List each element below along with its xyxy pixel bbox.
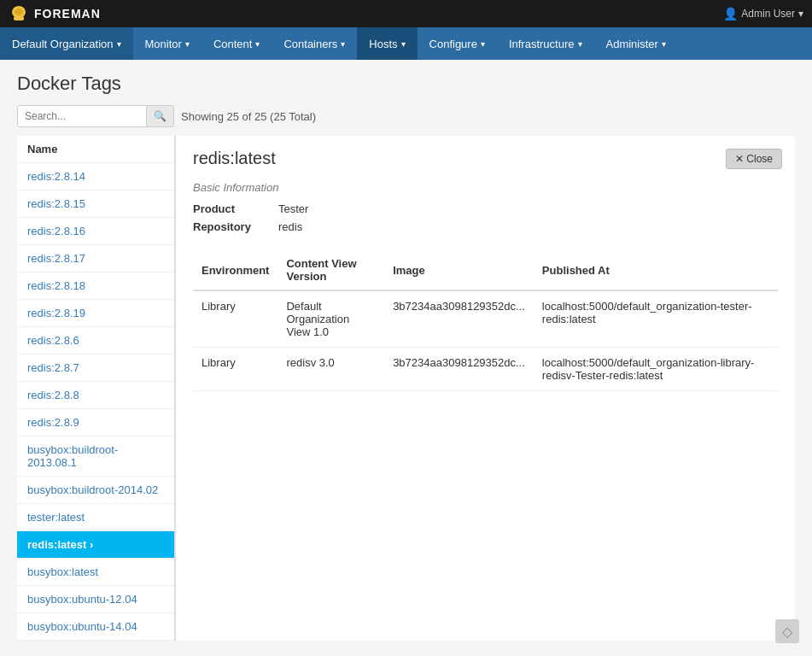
sidebar-item-redis-2-8-15[interactable]: redis:2.8.15 — [17, 190, 174, 218]
results-count: Showing 25 of 25 (25 Total) — [181, 110, 316, 123]
basic-info-table: Product Tester Repository redis — [193, 202, 778, 233]
close-button[interactable]: ✕ Close — [726, 149, 782, 169]
nav-containers[interactable]: Containers ▾ — [272, 27, 357, 60]
search-button[interactable]: 🔍 — [146, 106, 173, 126]
user-caret-icon: ▾ — [798, 8, 803, 20]
nav-configure-caret-icon: ▾ — [481, 39, 485, 49]
row2-published-at: localhost:5000/default_organization-libr… — [534, 348, 778, 391]
nav-infrastructure-label: Infrastructure — [509, 38, 575, 50]
sidebar-item-busybox-latest[interactable]: busybox:latest — [17, 559, 174, 586]
nav-content-label: Content — [213, 38, 253, 50]
sidebar-item-busybox-ubuntu-14[interactable]: busybox:ubuntu-14.04 — [17, 613, 174, 641]
nav-org[interactable]: Default Organization ▾ — [0, 27, 133, 60]
sidebar-item-busybox-buildroot-2014[interactable]: busybox:buildroot-2014.02 — [17, 477, 174, 504]
nav-monitor[interactable]: Monitor ▾ — [133, 27, 202, 60]
row2-environment: Library — [193, 348, 277, 391]
nav-hosts[interactable]: Hosts ▾ — [357, 27, 417, 60]
row1-environment: Library — [193, 290, 277, 348]
svg-rect-1 — [14, 16, 24, 20]
nav-content[interactable]: Content ▾ — [202, 27, 272, 60]
product-value: Tester — [278, 202, 308, 215]
logo: FOREMAN — [9, 3, 101, 24]
col-published-at: Published At — [534, 250, 778, 290]
basic-info-section-title: Basic Information — [193, 181, 778, 194]
product-row: Product Tester — [193, 202, 778, 215]
search-bar: 🔍 Showing 25 of 25 (25 Total) — [17, 105, 795, 127]
main-layout: Name redis:2.8.14 redis:2.8.15 redis:2.8… — [17, 136, 795, 641]
nav-configure[interactable]: Configure ▾ — [418, 27, 497, 60]
sidebar-header: Name — [17, 136, 174, 163]
nav-configure-label: Configure — [429, 38, 477, 50]
nav-content-caret-icon: ▾ — [255, 39, 260, 49]
nav-infrastructure-caret-icon: ▾ — [578, 39, 582, 49]
col-content-view-version: Content View Version — [277, 250, 384, 290]
nav-org-label: Default Organization — [12, 38, 114, 50]
nav-monitor-caret-icon: ▾ — [185, 39, 190, 49]
sidebar-item-redis-latest[interactable]: redis:latest › — [17, 531, 174, 559]
row2-content-view-version: redisv 3.0 — [277, 348, 384, 391]
sidebar-item-redis-2-8-16[interactable]: redis:2.8.16 — [17, 218, 174, 245]
search-input-wrap: 🔍 — [17, 105, 174, 127]
product-label: Product — [193, 202, 278, 215]
diamond-icon: ◇ — [782, 624, 792, 640]
user-label: Admin User — [741, 8, 795, 20]
repository-label: Repository — [193, 220, 278, 233]
nav-hosts-caret-icon: ▾ — [401, 39, 406, 49]
navbar: Default Organization ▾ Monitor ▾ Content… — [0, 27, 812, 60]
repository-value: redis — [278, 220, 302, 233]
footer-icon: ◇ — [775, 619, 799, 643]
foreman-logo-icon — [9, 3, 29, 24]
detail-title: redis:latest — [193, 149, 778, 168]
sidebar: Name redis:2.8.14 redis:2.8.15 redis:2.8… — [17, 136, 175, 641]
row1-content-view-version: Default Organization View 1.0 — [277, 290, 384, 348]
sidebar-item-busybox-ubuntu-12[interactable]: busybox:ubuntu-12.04 — [17, 586, 174, 613]
top-bar: FOREMAN 👤 Admin User ▾ — [0, 0, 812, 27]
row2-image: 3b7234aa3098129352dc... — [384, 348, 534, 391]
nav-org-caret-icon: ▾ — [117, 39, 121, 49]
sidebar-item-redis-2-8-6[interactable]: redis:2.8.6 — [17, 327, 174, 354]
nav-monitor-label: Monitor — [145, 38, 182, 50]
row1-image: 3b7234aa3098129352dc... — [384, 290, 534, 348]
sidebar-item-redis-2-8-14[interactable]: redis:2.8.14 — [17, 163, 174, 190]
table-row: Library redisv 3.0 3b7234aa3098129352dc.… — [193, 348, 778, 391]
logo-text: FOREMAN — [34, 7, 101, 20]
sidebar-item-redis-2-8-19[interactable]: redis:2.8.19 — [17, 300, 174, 327]
col-environment: Environment — [193, 250, 277, 290]
sidebar-item-redis-2-8-17[interactable]: redis:2.8.17 — [17, 245, 174, 272]
user-menu[interactable]: 👤 Admin User ▾ — [723, 7, 803, 20]
sidebar-item-redis-2-8-9[interactable]: redis:2.8.9 — [17, 409, 174, 436]
detail-table: Environment Content View Version Image P… — [193, 250, 778, 391]
page-title: Docker Tags — [17, 73, 795, 95]
table-row: Library Default Organization View 1.0 3b… — [193, 290, 778, 348]
sidebar-item-busybox-buildroot-2013[interactable]: busybox:buildroot-2013.08.1 — [17, 436, 174, 477]
sidebar-item-tester-latest[interactable]: tester:latest — [17, 504, 174, 531]
nav-administer-label: Administer — [606, 38, 658, 50]
nav-containers-caret-icon: ▾ — [341, 39, 345, 49]
user-avatar-icon: 👤 — [723, 7, 738, 20]
repository-row: Repository redis — [193, 220, 778, 233]
nav-hosts-label: Hosts — [369, 38, 397, 50]
nav-infrastructure[interactable]: Infrastructure ▾ — [497, 27, 594, 60]
nav-administer-caret-icon: ▾ — [662, 39, 666, 49]
nav-administer[interactable]: Administer ▾ — [594, 27, 678, 60]
search-input[interactable] — [18, 106, 146, 126]
detail-panel: redis:latest ✕ Close Basic Information P… — [175, 136, 795, 641]
page-content: Docker Tags 🔍 Showing 25 of 25 (25 Total… — [0, 60, 812, 653]
nav-containers-label: Containers — [283, 38, 337, 50]
row1-published-at: localhost:5000/default_organization-test… — [534, 290, 778, 348]
svg-point-2 — [15, 9, 23, 15]
col-image: Image — [384, 250, 534, 290]
sidebar-item-redis-2-8-7[interactable]: redis:2.8.7 — [17, 354, 174, 382]
sidebar-item-redis-2-8-18[interactable]: redis:2.8.18 — [17, 272, 174, 300]
sidebar-item-redis-2-8-8[interactable]: redis:2.8.8 — [17, 382, 174, 409]
